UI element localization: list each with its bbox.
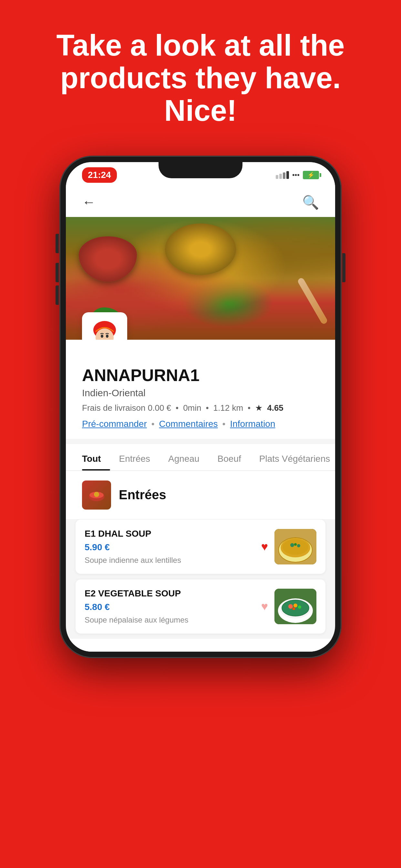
menu-item-e2-image (274, 589, 316, 624)
svg-point-20 (288, 604, 293, 609)
svg-point-11 (282, 539, 308, 555)
menu-item-e2: E2 VEGETABLE SOUP 5.80 € Soupe népalaise… (75, 579, 326, 633)
menu-item-e1-info: E1 DHAL SOUP 5.90 € Soupe indienne aux l… (85, 529, 261, 565)
category-tabs: Tout Entrées Agneau Boeuf Plats Végétari… (66, 444, 335, 471)
information-link[interactable]: Information (230, 419, 275, 429)
restaurant-info-section: ANNAPURNA1 Indien-Oriental Frais de livr… (66, 340, 335, 439)
section-title-entrees: Entrées (119, 488, 166, 502)
section-header-entrees: Entrées (66, 471, 335, 520)
menu-item-e1-image (274, 529, 316, 564)
menu-item-e2-desc: Soupe népalaise aux légumes (85, 616, 261, 624)
svg-point-7 (94, 492, 99, 497)
tab-tout[interactable]: Tout (82, 454, 110, 470)
time-display: 21:24 (82, 167, 117, 183)
svg-point-3 (106, 335, 109, 338)
svg-point-13 (294, 543, 297, 546)
phone-screen: 21:24 ••• ⚡ ← 🔍 (66, 162, 335, 652)
nav-bar: ← 🔍 (66, 188, 335, 217)
menu-item-e1-desc: Soupe indienne aux lentilles (85, 556, 261, 565)
menu-item-e1-actions: ♥ (261, 540, 268, 554)
wifi-icon: ••• (292, 171, 300, 179)
svg-point-2 (101, 335, 103, 338)
meta-row: Frais de livraison 0.00 € • 0min • 1.12 … (82, 403, 319, 413)
delivery-time: 0min (183, 403, 201, 413)
comments-link[interactable]: Commentaires (159, 419, 218, 429)
svg-point-14 (297, 544, 300, 547)
phone-shell: 21:24 ••• ⚡ ← 🔍 (60, 156, 341, 657)
menu-item-e1-name: E1 DHAL SOUP (85, 529, 261, 539)
cuisine-type: Indien-Oriental (82, 388, 319, 399)
phone-mockup: 21:24 ••• ⚡ ← 🔍 (60, 156, 341, 657)
hero-headline: Take a look at all the products they hav… (0, 0, 401, 150)
food-spoon (297, 277, 328, 325)
favorite-e1-button[interactable]: ♥ (261, 540, 268, 554)
restaurant-name: ANNAPURNA1 (82, 366, 319, 385)
preorder-link[interactable]: Pré-commander (82, 419, 147, 429)
star-icon: ★ (255, 403, 263, 413)
status-bar: 21:24 ••• ⚡ (66, 162, 335, 188)
food-bowl-left (79, 237, 137, 282)
chef-avatar (89, 319, 121, 340)
distance: 1.12 km (213, 403, 243, 413)
tab-boeuf[interactable]: Boeuf (209, 454, 250, 470)
delivery-fee: Frais de livraison 0.00 € (82, 403, 171, 413)
bullet-2: • (206, 403, 209, 413)
menu-item-e1-price: 5.90 € (85, 542, 261, 553)
svg-point-21 (294, 603, 297, 608)
status-icons: ••• ⚡ (276, 171, 319, 179)
menu-item-e2-actions: ♥ (261, 600, 268, 613)
restaurant-logo (82, 312, 127, 340)
signal-icon (276, 171, 289, 179)
menu-item-e1: E1 DHAL SOUP 5.90 € Soupe indienne aux l… (75, 520, 326, 574)
bullet-1: • (176, 403, 179, 413)
svg-point-23 (292, 608, 295, 610)
tab-entrees[interactable]: Entrées (110, 454, 159, 470)
bottom-spacer (66, 639, 335, 652)
battery-icon: ⚡ (303, 171, 319, 179)
section-thumbnail (82, 480, 111, 509)
back-button[interactable]: ← (82, 194, 96, 210)
menu-item-e2-price: 5.80 € (85, 602, 261, 612)
bullet-3: • (248, 403, 251, 413)
restaurant-hero-image (66, 217, 335, 340)
favorite-e2-button[interactable]: ♥ (261, 600, 268, 613)
links-row: Pré-commander • Commentaires • Informati… (82, 419, 319, 429)
notch (158, 162, 243, 178)
svg-point-12 (290, 543, 294, 547)
search-button[interactable]: 🔍 (302, 194, 319, 210)
food-bowl-center (165, 223, 236, 275)
menu-item-e2-info: E2 VEGETABLE SOUP 5.80 € Soupe népalaise… (85, 588, 261, 624)
tab-agneau[interactable]: Agneau (159, 454, 209, 470)
rating: 4.65 (267, 403, 283, 413)
tab-plats-vegetariens[interactable]: Plats Végétariens (250, 454, 335, 470)
svg-point-22 (298, 606, 301, 609)
menu-item-e2-name: E2 VEGETABLE SOUP (85, 588, 261, 599)
